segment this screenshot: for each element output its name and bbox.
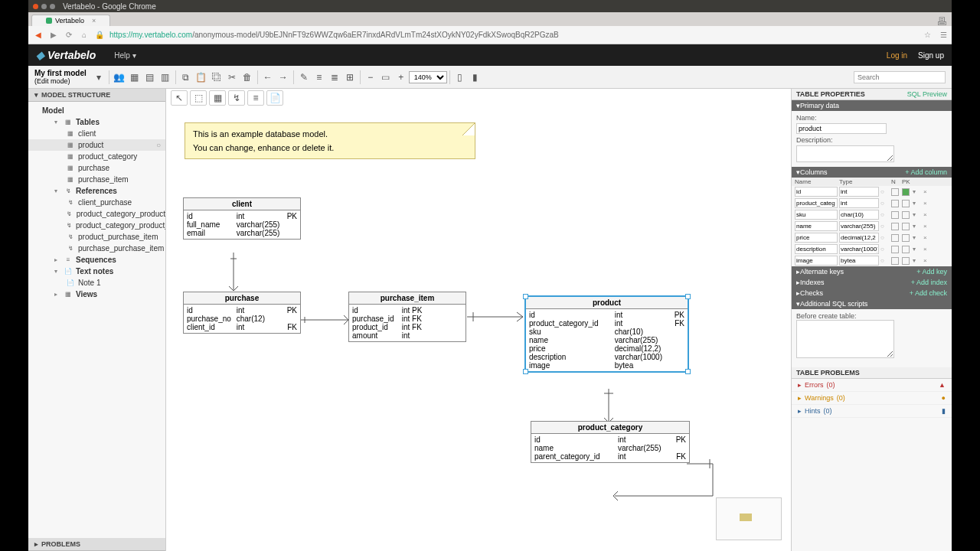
col-delete-icon[interactable]: × [923,257,933,264]
col-delete-icon[interactable]: × [923,234,933,241]
col-delete-icon[interactable]: × [923,188,933,195]
col-menu-icon[interactable]: ▾ [913,234,922,241]
col-menu-icon[interactable]: ▾ [913,246,922,253]
col-delete-icon[interactable]: × [923,200,933,207]
minimap[interactable] [716,497,782,540]
window-close-icon[interactable] [33,4,38,9]
tree-ref[interactable]: ↯product_category_product [28,208,165,220]
col-type-input[interactable] [839,244,879,254]
problems-header[interactable]: ▸PROBLEMS [28,538,165,551]
tree-group-tables[interactable]: ▾▦Tables [28,116,165,128]
window-max-icon[interactable] [50,4,55,9]
section-checks[interactable]: ▸ Checks+ Add check [792,288,952,298]
col-nullable-cb[interactable] [891,234,899,242]
input-table-desc[interactable] [796,145,894,162]
col-type-input[interactable] [839,233,879,243]
window-min-icon[interactable] [41,4,47,9]
column-row[interactable]: ○▾× [792,255,952,266]
export-pdf-icon[interactable]: ▥ [158,70,173,85]
section-primary-data[interactable]: ▾ Primary data [792,100,952,111]
tree-ref[interactable]: ↯product_category_product_cat... [28,220,165,231]
align-left-icon[interactable]: ≡ [312,70,327,85]
export-xml-icon[interactable]: ▤ [142,70,158,85]
col-type-input[interactable] [839,187,879,197]
model-structure-header[interactable]: ▾MODEL STRUCTURE [28,89,165,102]
tree-table-product[interactable]: ▦product○ [28,139,165,151]
cut-icon[interactable]: ✂ [224,70,240,85]
help-menu[interactable]: Help ▾ [114,51,136,60]
browser-tab[interactable]: Vertabelo × [31,15,110,26]
col-menu-icon[interactable]: ▾ [913,188,922,195]
erd-table-purchase-item[interactable]: purchase_item idint PKpurchase_idint FKp… [348,292,466,342]
model-name[interactable]: My first model(Edit mode) [34,69,87,86]
tree-group-sequences[interactable]: ▸≡Sequences [28,254,165,266]
col-delete-icon[interactable]: × [923,223,933,230]
paste-icon[interactable]: 📋 [194,70,209,85]
column-row[interactable]: ○▾× [792,209,952,220]
col-pk-cb[interactable] [902,188,910,196]
col-pk-cb[interactable] [902,223,910,230]
marquee-tool-icon[interactable]: ⬚ [190,90,207,106]
view-single-icon[interactable]: ▯ [452,70,468,85]
pointer-tool-icon[interactable]: ↖ [171,90,188,106]
url-field[interactable]: https://my.vertabelo.com/anonymous-model… [109,31,915,39]
export-sql-icon[interactable]: ▦ [127,70,142,85]
col-pk-cb[interactable] [902,211,910,219]
share-icon[interactable]: 👥 [112,70,127,85]
nav-forward-icon[interactable]: ▶ [48,30,59,41]
tree-group-views[interactable]: ▸▦Views [28,289,165,300]
add-column-link[interactable]: + Add column [905,168,947,176]
col-delete-icon[interactable]: × [923,211,933,218]
note-tool-icon[interactable]: 📄 [266,90,283,106]
col-type-input[interactable] [839,198,879,208]
input-table-name[interactable] [796,123,887,134]
nav-home-icon[interactable]: ⌂ [79,30,90,41]
printer-icon[interactable]: 🖶 [936,15,947,28]
problems-errors[interactable]: ▸ Errors (0)▲ [792,379,952,392]
search-input[interactable] [854,71,946,83]
column-row[interactable]: ○▾× [792,243,952,255]
col-menu-icon[interactable]: ▾ [913,257,922,264]
col-nullable-cb[interactable] [891,200,899,207]
edit-icon[interactable]: ✎ [296,70,312,85]
col-type-input[interactable] [839,221,879,231]
col-pk-cb[interactable] [902,257,910,265]
login-link[interactable]: Log in [887,51,907,60]
tree-root[interactable]: Model [28,105,165,116]
duplicate-icon[interactable]: ⿻ [209,70,224,85]
zoom-fit-icon[interactable]: ▭ [378,70,394,85]
erd-canvas[interactable]: ↖ ⬚ ▦ ↯ ≡ 📄 This is an example database … [166,89,791,551]
col-pk-cb[interactable] [902,234,910,242]
col-type-input[interactable] [839,256,879,266]
tree-table-purchase-item[interactable]: ▦purchase_item [28,174,165,185]
column-row[interactable]: ○▾× [792,232,952,243]
add-check-link[interactable]: + Add check [910,289,947,297]
align-center-icon[interactable]: ≣ [327,70,342,85]
copy-icon[interactable]: ⧉ [178,70,194,85]
tree-table-product-category[interactable]: ▦product_category [28,151,165,162]
col-nullable-cb[interactable] [891,211,899,219]
zoom-in-icon[interactable]: + [394,70,409,85]
table-tool-icon[interactable]: ▦ [209,90,226,106]
col-name-input[interactable] [795,187,838,197]
col-name-input[interactable] [795,233,838,243]
redo-icon[interactable]: → [276,70,291,85]
col-type-input[interactable] [839,210,879,220]
tree-table-purchase[interactable]: ▦purchase [28,162,165,174]
add-key-link[interactable]: + Add key [916,268,947,276]
col-delete-icon[interactable]: × [923,246,933,253]
erd-table-client[interactable]: client idintPKfull_namevarchar(255)email… [183,197,301,240]
canvas-note[interactable]: This is an example database model. You c… [185,122,475,159]
tree-group-textnotes[interactable]: ▾📄Text notes [28,266,165,277]
bookmark-icon[interactable]: ☆ [924,31,931,39]
section-columns[interactable]: ▾ Columns+ Add column [792,167,952,178]
section-indexes[interactable]: ▸ Indexes+ Add index [792,277,952,288]
nav-reload-icon[interactable]: ⟳ [64,30,74,41]
tree-ref[interactable]: ↯client_purchase [28,197,165,208]
col-name-input[interactable] [795,221,838,231]
zoom-out-icon[interactable]: − [363,70,378,85]
col-nullable-cb[interactable] [891,246,899,253]
col-name-input[interactable] [795,244,838,254]
signup-link[interactable]: Sign up [918,51,944,60]
erd-table-purchase[interactable]: purchase idintPKpurchase_nochar(12)clien… [183,292,301,334]
